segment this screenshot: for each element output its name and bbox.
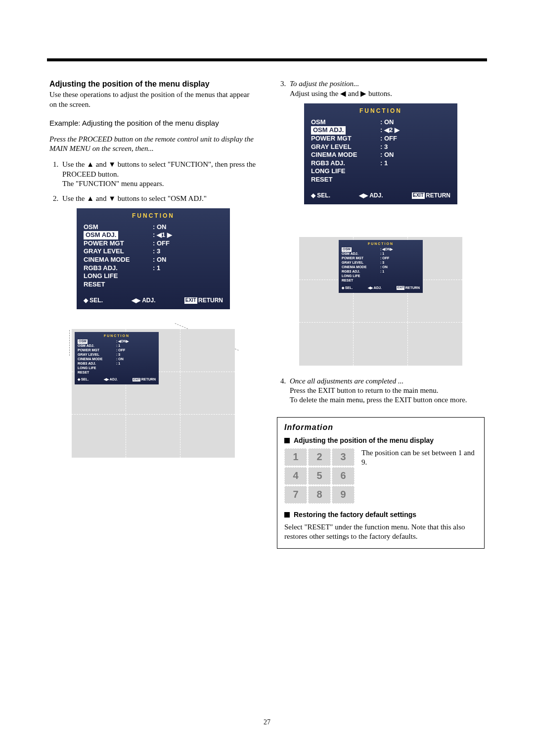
step4-lead: Once all adjustments are completed ... bbox=[290, 377, 403, 385]
osd-row-label: POWER MGT bbox=[84, 239, 153, 248]
top-divider bbox=[47, 58, 487, 61]
step-2: Use the ▲ and ▼ buttons to select "OSM A… bbox=[60, 193, 257, 203]
step2-text-c: buttons to select "OSM ADJ." bbox=[116, 194, 207, 202]
step-4: Once all adjustments are completed ... P… bbox=[288, 377, 485, 405]
up-triangle-icon: ▲ bbox=[87, 159, 94, 169]
osd-row-label: GRAY LEVEL bbox=[84, 247, 153, 256]
step-3: To adjust the position... Adjust using t… bbox=[288, 79, 485, 98]
step3-body-b: and bbox=[346, 90, 360, 97]
screen-mock-left-wrap: FUNCTION OSM: ◀ON▶ OSM ADJ.: 1 POWER MGT… bbox=[64, 329, 242, 458]
step3-body-c: buttons. bbox=[366, 90, 392, 97]
screen-mock-right-wrap: FUNCTION OSM: ◀ON▶ OSM ADJ.: 1 POWER MGT… bbox=[292, 237, 470, 366]
osd-row-label: OSM bbox=[84, 223, 153, 232]
right-column: To adjust the position... Adjust using t… bbox=[277, 69, 485, 549]
info-sub-1: Adjusting the position of the menu displ… bbox=[284, 436, 477, 445]
info-body-1: The position can be set between 1 and 9. bbox=[361, 448, 475, 467]
steps-list-right: To adjust the position... Adjust using t… bbox=[277, 79, 485, 98]
info-body-2: Select "RESET" under the function menu. … bbox=[284, 522, 477, 541]
osd-row-value: : ◀1 ▶ bbox=[153, 231, 172, 239]
page-number: 27 bbox=[0, 718, 534, 726]
osd-row-value: : ON bbox=[153, 223, 166, 232]
step1-text-d: The "FUNCTION" menu appears. bbox=[62, 180, 164, 188]
information-box: Information Adjusting the position of th… bbox=[277, 417, 485, 549]
right-triangle-icon: ▶ bbox=[360, 89, 366, 98]
osd-highlight: OSM ADJ. bbox=[84, 231, 118, 239]
grid-cell: 3 bbox=[332, 448, 355, 466]
info-heading: Information bbox=[284, 423, 477, 432]
step1-text-a: Use the bbox=[62, 160, 87, 168]
position-grid: 1 2 3 4 5 6 7 8 9 bbox=[284, 448, 355, 504]
left-triangle-icon: ◀ bbox=[340, 89, 346, 98]
grid-cell: 5 bbox=[308, 467, 331, 485]
osd-row-label: RESET bbox=[84, 281, 153, 289]
osd-return: EXITRETURN bbox=[184, 297, 223, 304]
osd-return: EXITRETURN bbox=[412, 192, 450, 199]
mini-hl: OSM bbox=[78, 339, 88, 344]
mini-osd-title: FUNCTION bbox=[78, 334, 156, 338]
page: Adjusting the position of the menu displ… bbox=[0, 0, 534, 756]
down-triangle-icon: ▼ bbox=[108, 159, 116, 169]
osd-row-value: : 3 bbox=[153, 247, 160, 256]
osd-row-label: OSM ADJ. bbox=[84, 231, 153, 239]
osd-row-value: : ON bbox=[153, 256, 166, 264]
step4-body1: Press the EXIT button to return to the m… bbox=[290, 386, 439, 394]
grid-cell: 2 bbox=[308, 448, 331, 466]
grid-cell: 9 bbox=[332, 486, 355, 504]
osd-sel: ◆ SEL. bbox=[311, 192, 330, 199]
grid-cell: 4 bbox=[284, 467, 307, 485]
osd-title: FUNCTION bbox=[84, 212, 223, 220]
osd-footer: ◆ SEL. ◀▶ ADJ. EXITRETURN bbox=[84, 297, 223, 304]
step-1: Use the ▲ and ▼ buttons to select "FUNCT… bbox=[60, 159, 257, 189]
step2-text-a: Use the bbox=[62, 194, 87, 202]
osd-adj: ◀▶ ADJ. bbox=[132, 297, 155, 304]
osd-title: FUNCTION bbox=[311, 107, 450, 115]
exit-box-icon: EXIT bbox=[184, 297, 197, 304]
grid-cell: 7 bbox=[284, 486, 307, 504]
info-sub-2: Restoring the factory default settings bbox=[284, 511, 477, 520]
grid-cell: 1 bbox=[284, 448, 307, 466]
info-row: 1 2 3 4 5 6 7 8 9 The position can be se… bbox=[284, 448, 477, 504]
grid-cell: 8 bbox=[308, 486, 331, 504]
step1-text-b: and bbox=[94, 160, 108, 168]
steps-list: Use the ▲ and ▼ buttons to select "FUNCT… bbox=[49, 159, 257, 203]
mini-osd-right: FUNCTION OSM: ◀ON▶ OSM ADJ.: 1 POWER MGT… bbox=[339, 240, 423, 293]
up-triangle-icon: ▲ bbox=[87, 193, 94, 203]
osd-row-label: RGB3 ADJ. bbox=[84, 264, 153, 273]
osd-panel-right: FUNCTION OSM: ON OSM ADJ.: ◀2 ▶ POWER MG… bbox=[304, 103, 457, 204]
osd-row-label: LONG LIFE bbox=[84, 272, 153, 281]
step4-body2: To delete the main menu, press the EXIT … bbox=[290, 396, 467, 404]
dashed-guide-icon bbox=[69, 330, 70, 356]
section-heading: Adjusting the position of the menu displ… bbox=[49, 79, 257, 89]
left-column: Adjusting the position of the menu displ… bbox=[49, 69, 257, 549]
step3-lead: To adjust the position... bbox=[290, 80, 359, 88]
osd-row-value: : 1 bbox=[153, 264, 160, 273]
screen-mock-left: FUNCTION OSM: ◀ON▶ OSM ADJ.: 1 POWER MGT… bbox=[72, 329, 235, 458]
osd-adj: ◀▶ ADJ. bbox=[359, 192, 383, 199]
screen-mock-right: FUNCTION OSM: ◀ON▶ OSM ADJ.: 1 POWER MGT… bbox=[299, 237, 462, 366]
intro-paragraph: Use these operations to adjust the posit… bbox=[49, 90, 257, 109]
steps-list-right-2: Once all adjustments are completed ... P… bbox=[277, 377, 485, 405]
mini-osd-left: FUNCTION OSM: ◀ON▶ OSM ADJ.: 1 POWER MGT… bbox=[75, 332, 159, 385]
step2-text-b: and bbox=[94, 194, 108, 202]
press-instruction: Press the PROCEED button on the remote c… bbox=[49, 135, 257, 153]
two-column-layout: Adjusting the position of the menu displ… bbox=[49, 69, 485, 549]
example-line: Example: Adjusting the position of the m… bbox=[49, 118, 257, 128]
osd-sel: ◆ SEL. bbox=[84, 297, 103, 304]
down-triangle-icon: ▼ bbox=[108, 193, 116, 203]
osd-row-value: : OFF bbox=[153, 239, 170, 248]
osd-row-label: CINEMA MODE bbox=[84, 256, 153, 264]
grid-cell: 6 bbox=[332, 467, 355, 485]
step3-body-a: Adjust using the bbox=[290, 90, 340, 97]
osd-panel-left: FUNCTION OSM: ON OSM ADJ.: ◀1 ▶ POWER MG… bbox=[77, 208, 230, 309]
